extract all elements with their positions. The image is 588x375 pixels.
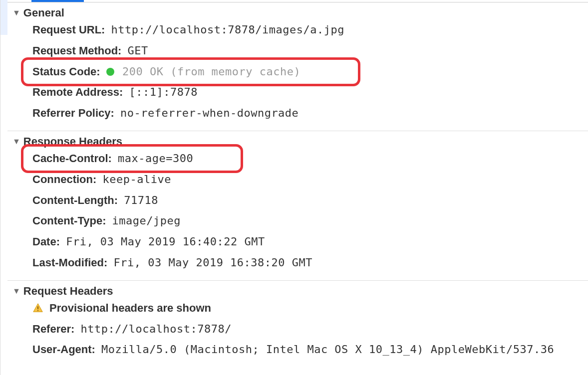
section-request-headers-header[interactable]: ▼ Request Headers [7,285,588,298]
disclosure-triangle-icon: ▼ [12,137,20,146]
label-content-length: Content-Length: [32,194,118,206]
value-connection: keep-alive [99,173,171,186]
row-referer: Referer: http://localhost:7878/ [32,319,588,340]
status-dot-icon [106,68,114,76]
provisional-headers-warning: Provisional headers are shown [49,298,211,319]
svg-rect-0 [37,306,38,309]
value-content-type: image/jpeg [109,214,181,227]
section-general-header[interactable]: ▼ General [7,6,588,19]
row-connection: Connection: keep-alive [32,169,588,190]
label-date: Date: [32,235,60,248]
disclosure-triangle-icon: ▼ [12,8,20,17]
row-cache-control: Cache-Control: max-age=300 [32,148,588,169]
row-referrer-policy: Referrer Policy: no-referrer-when-downgr… [32,103,588,124]
section-response-headers-title: Response Headers [23,135,122,148]
row-request-method: Request Method: GET [32,40,588,61]
label-referrer-policy: Referrer Policy: [32,107,114,119]
disclosure-triangle-icon: ▼ [12,287,20,296]
section-request-headers-title: Request Headers [23,285,113,298]
value-referrer-policy: no-referrer-when-downgrade [117,107,298,119]
value-request-method: GET [125,44,148,57]
value-status-code: 200 OK (from memory cache) [119,65,300,78]
value-content-length: 71718 [121,194,158,206]
label-last-modified: Last-Modified: [32,256,107,269]
row-provisional-warning: Provisional headers are shown [7,298,588,319]
row-content-length: Content-Length: 71718 [32,190,588,211]
value-user-agent: Mozilla/5.0 (Macintosh; Intel Mac OS X 1… [98,343,554,356]
section-general-title: General [23,6,64,19]
value-last-modified: Fri, 03 May 2019 16:38:20 GMT [110,256,312,269]
value-date: Fri, 03 May 2019 16:40:22 GMT [63,235,265,248]
tab-strip [7,0,588,2]
row-date: Date: Fri, 03 May 2019 16:40:22 GMT [32,231,588,252]
section-general: ▼ General Request URL: http://localhost:… [7,2,588,131]
value-remote-address: [::1]:7878 [126,86,197,98]
label-connection: Connection: [32,173,96,186]
label-cache-control: Cache-Control: [32,152,112,165]
section-request-headers: ▼ Request Headers Provisional headers ar… [7,281,588,367]
label-request-method: Request Method: [32,44,121,57]
row-content-type: Content-Type: image/jpeg [32,210,588,231]
label-user-agent: User-Agent: [32,343,95,356]
value-referer: http://localhost:7878/ [78,323,232,335]
value-cache-control: max-age=300 [115,152,193,165]
label-content-type: Content-Type: [32,214,106,227]
label-remote-address: Remote Address: [32,86,123,98]
row-request-url: Request URL: http://localhost:7878/image… [32,19,588,40]
row-user-agent: User-Agent: Mozilla/5.0 (Macintosh; Inte… [32,339,588,360]
label-referer: Referer: [32,323,74,335]
svg-rect-1 [37,310,38,311]
section-response-headers-header[interactable]: ▼ Response Headers [7,135,588,148]
row-status-code: Status Code: 200 OK (from memory cache) [32,61,588,82]
value-request-url: http://localhost:7878/images/a.jpg [108,23,344,36]
label-request-url: Request URL: [32,23,105,36]
warning-triangle-icon [32,303,43,314]
label-status-code: Status Code: [32,65,100,78]
left-selection-strip [0,0,7,35]
section-response-headers: ▼ Response Headers Cache-Control: max-ag… [7,131,588,281]
row-last-modified: Last-Modified: Fri, 03 May 2019 16:38:20… [32,252,588,273]
row-remote-address: Remote Address: [::1]:7878 [32,82,588,103]
active-tab-indicator [31,0,84,2]
